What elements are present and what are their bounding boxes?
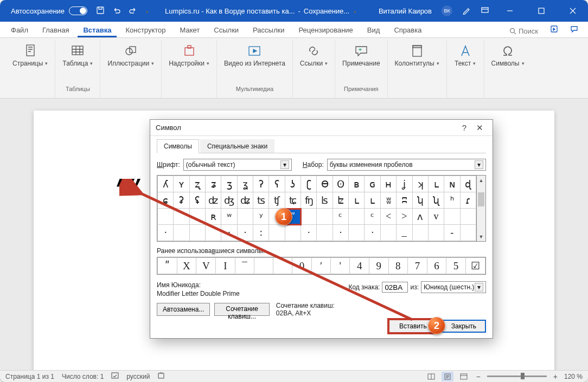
symbol-cell[interactable]: ɢ	[365, 176, 380, 192]
symbol-cell[interactable]: ʔ	[253, 176, 269, 192]
zoom-in[interactable]: +	[551, 372, 560, 381]
symbol-cell[interactable]: ʙ	[349, 176, 365, 192]
tab-view[interactable]: Вид	[362, 23, 386, 37]
recent-symbol-cell[interactable]: 5	[446, 258, 466, 274]
symbol-cell[interactable]	[444, 209, 460, 225]
recent-symbol-cell[interactable]: ☑	[465, 258, 485, 274]
symbol-cell[interactable]: ʏ	[174, 176, 189, 192]
tab-layout[interactable]: Макет	[175, 23, 206, 37]
symbol-cell[interactable]: ·	[301, 225, 317, 241]
comments-icon[interactable]	[566, 23, 583, 37]
symbol-cell[interactable]	[349, 225, 365, 241]
scroll-down-icon[interactable]: ▼	[477, 232, 485, 241]
view-read-icon[interactable]	[425, 372, 437, 381]
avatar[interactable]: ВК	[442, 5, 452, 16]
symbol-cell[interactable]: :	[253, 225, 269, 241]
tab-help[interactable]: Справка	[388, 23, 427, 37]
word-count[interactable]: Число слов: 1	[62, 373, 104, 380]
symbol-cell[interactable]	[206, 225, 221, 241]
undo-icon[interactable]	[112, 6, 121, 16]
zoom-slider[interactable]	[487, 375, 547, 377]
symbol-cell[interactable]: ʩ	[301, 192, 317, 209]
symbol-cell[interactable]: ʑ	[206, 176, 221, 192]
language-status[interactable]: русский	[126, 373, 150, 380]
illustrations-button[interactable]: Иллюстрации	[104, 40, 158, 69]
recent-symbol-cell[interactable]: 0	[292, 258, 312, 274]
recent-symbol-cell[interactable]: 9	[369, 258, 388, 274]
symbol-cell[interactable]: ʪ	[317, 192, 333, 209]
recent-symbol-cell[interactable]: '	[331, 258, 350, 274]
symbol-cell[interactable]	[349, 209, 365, 225]
recent-symbol-cell[interactable]: V	[196, 258, 216, 274]
symbol-cell[interactable]: <	[380, 209, 396, 225]
tab-design[interactable]: Конструктор	[120, 23, 171, 37]
recent-symbol-cell[interactable]: 7	[408, 258, 427, 274]
autosave-toggle[interactable]	[69, 7, 87, 15]
symbol-cell[interactable]: ʷ	[221, 209, 237, 225]
code-input[interactable]	[382, 282, 408, 293]
symbols-button[interactable]: Символы	[488, 40, 528, 69]
symbol-cell[interactable]: ʣ	[206, 192, 221, 209]
links-button[interactable]: Ссылки	[296, 40, 331, 69]
symbol-cell[interactable]: ʘ	[333, 176, 348, 192]
symbol-cell[interactable]: ʟ	[428, 176, 444, 192]
recent-symbol-cell[interactable]: ¯	[235, 258, 254, 274]
addins-button[interactable]: Надстройки	[165, 40, 213, 69]
symbol-cell[interactable]	[189, 209, 205, 225]
recent-symbol-cell[interactable]: ʺ	[158, 258, 177, 274]
tab-review[interactable]: Рецензирование	[293, 23, 358, 37]
tab-symbols-list[interactable]: Символы	[157, 139, 199, 153]
symbol-cell[interactable]: ʸ	[253, 209, 269, 225]
symbol-cell[interactable]: ʤ	[221, 192, 237, 209]
close-button[interactable]	[562, 0, 584, 22]
from-select[interactable]: Юникод (шестн.) ▾	[421, 281, 486, 293]
scroll-thumb[interactable]	[478, 192, 484, 206]
headerfooter-button[interactable]: Колонтитулы	[391, 40, 443, 69]
redo-icon[interactable]	[129, 6, 137, 16]
symbol-cell[interactable]: ʧ	[269, 192, 285, 209]
grid-scrollbar[interactable]: ▲ ▼	[477, 175, 486, 242]
symbol-cell[interactable]	[460, 225, 476, 241]
symbol-cell[interactable]	[317, 225, 333, 241]
table-button[interactable]: Таблица	[59, 40, 97, 69]
symbol-cell[interactable]: ʎ	[158, 176, 174, 192]
doc-title-more[interactable]	[353, 7, 356, 15]
symbol-cell[interactable]: ʡ	[174, 192, 189, 209]
symbol-cell[interactable]: ʫ	[333, 192, 348, 209]
qat-more-icon[interactable]	[145, 7, 149, 15]
symbol-cell[interactable]	[285, 225, 301, 241]
search-box[interactable]: Поиск	[505, 25, 542, 37]
symbol-cell[interactable]: ᶜ	[333, 209, 348, 225]
symbol-cell[interactable]: ʰ	[444, 192, 460, 209]
macro-icon[interactable]	[157, 372, 165, 381]
symbol-cell[interactable]	[158, 209, 174, 225]
tab-special-chars[interactable]: Специальные знаки	[200, 139, 274, 153]
recent-symbol-cell[interactable]: 8	[388, 258, 408, 274]
tab-file[interactable]: Файл	[5, 23, 34, 37]
symbol-cell[interactable]: ʮ	[412, 192, 428, 209]
pen-icon[interactable]	[462, 6, 471, 16]
symbol-cell[interactable]: -	[444, 225, 460, 241]
dialog-close-button[interactable]: ✕	[472, 120, 487, 135]
symbol-cell[interactable]: ·	[333, 225, 348, 241]
minimize-button[interactable]	[499, 0, 521, 22]
symbol-cell[interactable]	[301, 209, 317, 225]
symbol-cell[interactable]: ʒ	[221, 176, 237, 192]
symbol-cell[interactable]: ɾ	[460, 192, 476, 209]
symbol-cell[interactable]: >	[397, 209, 412, 225]
symbol-cell[interactable]: ʖ	[285, 176, 301, 192]
video-button[interactable]: Видео из Интернета	[220, 40, 289, 69]
text-button[interactable]: Текст	[450, 40, 481, 69]
symbol-cell[interactable]: v	[428, 209, 444, 225]
shortcut-button[interactable]: Сочетание клавиш...	[214, 303, 269, 316]
symbol-cell[interactable]	[412, 225, 428, 241]
symbol-cell[interactable]: ɕ	[158, 192, 174, 209]
symbol-cell[interactable]: ɴ	[444, 176, 460, 192]
symbol-cell[interactable]: ·	[237, 225, 253, 241]
symbol-cell[interactable]	[317, 209, 333, 225]
page-status[interactable]: Страница 1 из 1	[5, 373, 54, 380]
symbol-cell[interactable]: ʥ	[237, 192, 253, 209]
recent-symbol-cell[interactable]: 4	[350, 258, 369, 274]
recent-symbol-cell[interactable]: 6	[427, 258, 446, 274]
symbol-cell[interactable]	[174, 225, 189, 241]
